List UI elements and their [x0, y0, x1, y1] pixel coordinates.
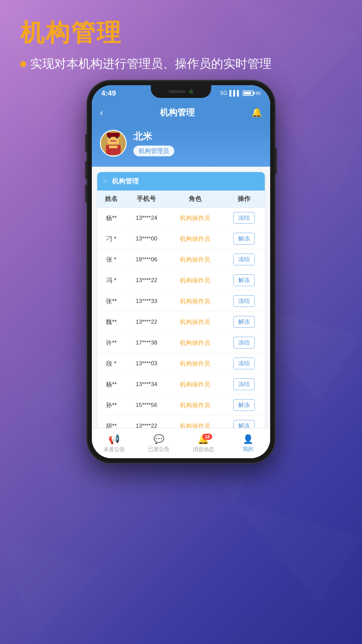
cell-phone: 13****00 [125, 228, 167, 249]
cell-action[interactable]: 解冻 [223, 228, 265, 249]
table-row: 许** 17****38 机构操作员 冻结 [97, 332, 265, 353]
table-section-header: ⛌ 机构管理 [97, 172, 265, 191]
org-icon: ⛌ [103, 178, 109, 185]
table-row: 刁 * 13****00 机构操作员 解冻 [97, 228, 265, 249]
cell-action[interactable]: 冻结 [223, 208, 265, 228]
cell-role: 机构操作员 [168, 374, 223, 395]
nav-item-messages[interactable]: 18 🔔 消息动态 [181, 434, 226, 453]
action-button[interactable]: 冻结 [233, 295, 255, 307]
cell-phone: 13****22 [125, 270, 167, 291]
published-icon: 💬 [154, 434, 164, 444]
app-header: ‹ 机构管理 🔔 [92, 101, 270, 126]
action-button[interactable]: 解冻 [233, 233, 255, 245]
cell-name: 孙** [97, 395, 125, 416]
back-button[interactable]: ‹ [100, 107, 103, 118]
action-button[interactable]: 冻结 [233, 254, 255, 265]
cell-role: 机构操作员 [168, 353, 223, 374]
table-row: 张** 13****33 机构操作员 冻结 [97, 291, 265, 312]
col-header-action: 操作 [223, 191, 265, 208]
header-title: 机构管理 [160, 107, 195, 118]
published-label: 已发公告 [148, 446, 170, 453]
action-button[interactable]: 解冻 [233, 316, 255, 328]
cell-role: 机构操作员 [168, 208, 223, 228]
notch [151, 85, 211, 98]
avatar [100, 130, 127, 157]
action-button[interactable]: 解冻 [233, 274, 255, 286]
svg-marker-4 [268, 101, 362, 201]
nav-item-unpublished[interactable]: 📢 未发公告 [92, 434, 136, 453]
data-table: 姓名 手机号 角色 操作 杨** 13****24 机构操作员 冻结 刁 * 1… [97, 191, 265, 458]
user-role-badge: 机构管理员 [133, 146, 174, 156]
page-subtitle: 实现对本机构进行管理员、操作员的实时管理 [20, 56, 272, 72]
col-header-name: 姓名 [97, 191, 125, 208]
battery-label: 90 [255, 91, 261, 96]
cell-phone: 13****03 [125, 353, 167, 374]
cell-phone: 17****38 [125, 332, 167, 353]
table-section-title: 机构管理 [112, 177, 139, 186]
table-row: 魏** 13****22 机构操作员 解冻 [97, 312, 265, 332]
page-main-title: 机构管理 [20, 17, 272, 49]
battery-icon [243, 91, 253, 96]
cell-role: 机构操作员 [168, 332, 223, 353]
table-row: 张 * 18****06 机构操作员 冻结 [97, 249, 265, 270]
user-name: 北米 [133, 130, 174, 143]
cell-name: 张** [97, 291, 125, 312]
svg-rect-20 [107, 133, 120, 137]
cell-name: 刁 * [97, 228, 125, 249]
signal-icon: 5G [220, 90, 227, 96]
cell-name: 杨** [97, 208, 125, 228]
cell-role: 机构操作员 [168, 228, 223, 249]
nav-item-mine[interactable]: 👤 我的 [226, 434, 270, 453]
action-button[interactable]: 冻结 [233, 337, 255, 348]
cell-role: 机构操作员 [168, 291, 223, 312]
cell-phone: 13****34 [125, 374, 167, 395]
cell-action[interactable]: 冻结 [223, 332, 265, 353]
messages-badge: 18 [202, 434, 213, 440]
svg-rect-19 [109, 146, 118, 148]
cell-action[interactable]: 解冻 [223, 395, 265, 416]
user-info: 北米 机构管理员 [133, 130, 174, 156]
table-container: ⛌ 机构管理 姓名 手机号 角色 操作 [97, 172, 265, 458]
action-button[interactable]: 冻结 [233, 358, 255, 369]
svg-marker-7 [0, 335, 101, 436]
svg-marker-11 [0, 537, 101, 637]
unpublished-icon: 📢 [108, 434, 120, 445]
nav-item-published[interactable]: 💬 已发公告 [136, 434, 181, 453]
cell-name: 许** [97, 332, 125, 353]
cell-action[interactable]: 冻结 [223, 249, 265, 270]
bullet-icon [20, 61, 26, 67]
table-row: 杨** 13****24 机构操作员 冻结 [97, 208, 265, 228]
col-header-phone: 手机号 [125, 191, 167, 208]
table-row: 冯 * 13****22 机构操作员 解冻 [97, 270, 265, 291]
cell-phone: 13****33 [125, 291, 167, 312]
action-button[interactable]: 冻结 [233, 378, 255, 390]
action-button[interactable]: 冻结 [233, 212, 255, 224]
bell-button[interactable]: 🔔 [251, 107, 262, 118]
messages-label: 消息动态 [193, 446, 214, 453]
unpublished-label: 未发公告 [104, 446, 125, 453]
cell-name: 冯 * [97, 270, 125, 291]
cell-role: 机构操作员 [168, 270, 223, 291]
mine-icon: 👤 [243, 434, 253, 444]
cell-action[interactable]: 冻结 [223, 291, 265, 312]
svg-marker-3 [0, 134, 67, 268]
table-row: 杨** 13****34 机构操作员 冻结 [97, 374, 265, 395]
cell-action[interactable]: 冻结 [223, 374, 265, 395]
user-profile-area: 北米 机构管理员 [92, 126, 270, 167]
action-button[interactable]: 解冻 [233, 399, 255, 411]
cell-name: 杨** [97, 374, 125, 395]
cell-name: 段 * [97, 353, 125, 374]
mine-label: 我的 [243, 446, 253, 453]
cell-phone: 13****24 [125, 208, 167, 228]
phone-mockup: 4:49 5G ▌▌▌ 90 [87, 80, 275, 463]
svg-rect-17 [110, 140, 116, 142]
col-header-role: 角色 [168, 191, 223, 208]
cell-name: 张 * [97, 249, 125, 270]
camera [189, 89, 193, 94]
cell-phone: 13****22 [125, 312, 167, 332]
cell-role: 机构操作员 [168, 249, 223, 270]
status-bar: 4:49 5G ▌▌▌ 90 [92, 85, 270, 101]
cell-action[interactable]: 解冻 [223, 312, 265, 332]
cell-action[interactable]: 解冻 [223, 270, 265, 291]
cell-action[interactable]: 冻结 [223, 353, 265, 374]
